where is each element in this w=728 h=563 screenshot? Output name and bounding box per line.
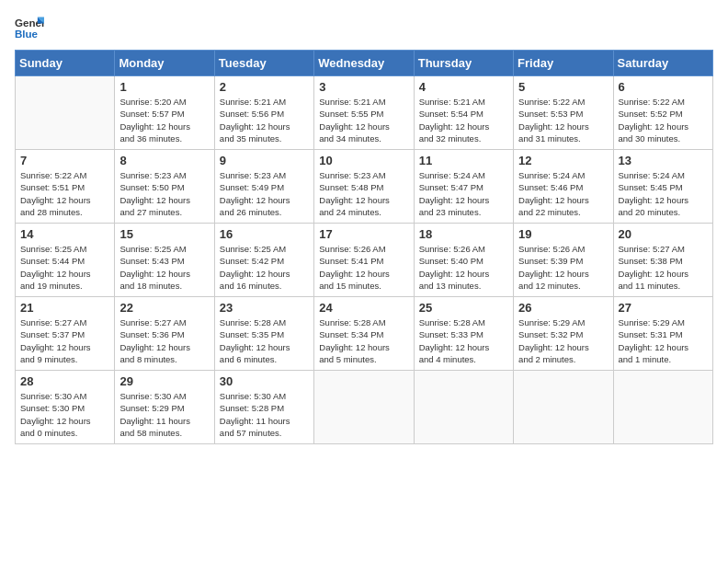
day-number: 25 (419, 301, 508, 315)
day-info: Sunrise: 5:27 AM Sunset: 5:36 PM Dayligh… (119, 316, 209, 365)
day-info: Sunrise: 5:28 AM Sunset: 5:34 PM Dayligh… (319, 316, 408, 365)
col-header-friday: Friday (514, 51, 613, 76)
calendar-cell: 13Sunrise: 5:24 AM Sunset: 5:45 PM Dayli… (613, 150, 712, 224)
calendar-cell: 3Sunrise: 5:21 AM Sunset: 5:55 PM Daylig… (314, 76, 414, 150)
logo: General Blue (15, 15, 48, 40)
calendar-table: SundayMondayTuesdayWednesdayThursdayFrid… (15, 50, 713, 444)
calendar-cell: 8Sunrise: 5:23 AM Sunset: 5:50 PM Daylig… (115, 150, 214, 224)
calendar-cell: 20Sunrise: 5:27 AM Sunset: 5:38 PM Dayli… (613, 224, 712, 297)
day-info: Sunrise: 5:25 AM Sunset: 5:42 PM Dayligh… (220, 243, 309, 292)
day-info: Sunrise: 5:28 AM Sunset: 5:35 PM Dayligh… (220, 316, 309, 365)
calendar-header-row: SundayMondayTuesdayWednesdayThursdayFrid… (16, 51, 713, 76)
col-header-thursday: Thursday (414, 51, 513, 76)
day-info: Sunrise: 5:22 AM Sunset: 5:52 PM Dayligh… (619, 96, 708, 144)
day-number: 23 (220, 301, 309, 315)
day-info: Sunrise: 5:22 AM Sunset: 5:53 PM Dayligh… (518, 96, 608, 144)
col-header-tuesday: Tuesday (214, 51, 313, 76)
day-info: Sunrise: 5:27 AM Sunset: 5:37 PM Dayligh… (20, 316, 109, 365)
day-info: Sunrise: 5:28 AM Sunset: 5:33 PM Dayligh… (419, 316, 508, 365)
calendar-cell: 30Sunrise: 5:30 AM Sunset: 5:28 PM Dayli… (214, 371, 313, 444)
day-info: Sunrise: 5:26 AM Sunset: 5:39 PM Dayligh… (518, 243, 608, 292)
day-number: 16 (220, 227, 309, 241)
calendar-cell: 10Sunrise: 5:23 AM Sunset: 5:48 PM Dayli… (314, 150, 414, 224)
day-info: Sunrise: 5:24 AM Sunset: 5:45 PM Dayligh… (619, 169, 708, 218)
day-number: 19 (518, 227, 608, 241)
day-number: 27 (619, 301, 708, 315)
day-number: 17 (319, 227, 408, 241)
day-number: 24 (319, 301, 408, 315)
calendar-cell: 14Sunrise: 5:25 AM Sunset: 5:44 PM Dayli… (16, 224, 115, 297)
day-info: Sunrise: 5:23 AM Sunset: 5:48 PM Dayligh… (319, 169, 408, 218)
calendar-cell: 21Sunrise: 5:27 AM Sunset: 5:37 PM Dayli… (16, 297, 115, 371)
day-info: Sunrise: 5:23 AM Sunset: 5:49 PM Dayligh… (220, 169, 309, 218)
day-info: Sunrise: 5:26 AM Sunset: 5:40 PM Dayligh… (419, 243, 508, 292)
svg-text:Blue: Blue (15, 29, 39, 40)
day-number: 10 (319, 154, 408, 167)
calendar-cell: 2Sunrise: 5:21 AM Sunset: 5:56 PM Daylig… (214, 76, 313, 150)
day-info: Sunrise: 5:21 AM Sunset: 5:54 PM Dayligh… (419, 96, 508, 144)
day-info: Sunrise: 5:30 AM Sunset: 5:30 PM Dayligh… (20, 390, 109, 439)
page-header: General Blue (15, 15, 713, 40)
day-info: Sunrise: 5:30 AM Sunset: 5:28 PM Dayligh… (220, 390, 309, 439)
logo-icon: General Blue (15, 15, 44, 40)
day-number: 1 (119, 80, 209, 94)
calendar-cell: 28Sunrise: 5:30 AM Sunset: 5:30 PM Dayli… (16, 371, 115, 444)
day-number: 12 (518, 154, 608, 167)
calendar-cell: 23Sunrise: 5:28 AM Sunset: 5:35 PM Dayli… (214, 297, 313, 371)
day-number: 21 (20, 301, 109, 315)
day-number: 29 (119, 374, 209, 388)
week-row-3: 14Sunrise: 5:25 AM Sunset: 5:44 PM Dayli… (16, 224, 713, 297)
day-number: 13 (619, 154, 708, 167)
calendar-cell: 29Sunrise: 5:30 AM Sunset: 5:29 PM Dayli… (115, 371, 214, 444)
day-info: Sunrise: 5:26 AM Sunset: 5:41 PM Dayligh… (319, 243, 408, 292)
calendar-cell (314, 371, 414, 444)
calendar-cell: 5Sunrise: 5:22 AM Sunset: 5:53 PM Daylig… (514, 76, 613, 150)
day-number: 20 (619, 227, 708, 241)
day-info: Sunrise: 5:27 AM Sunset: 5:38 PM Dayligh… (619, 243, 708, 292)
calendar-cell: 17Sunrise: 5:26 AM Sunset: 5:41 PM Dayli… (314, 224, 414, 297)
day-number: 4 (419, 80, 508, 94)
day-info: Sunrise: 5:25 AM Sunset: 5:44 PM Dayligh… (20, 243, 109, 292)
calendar-cell: 22Sunrise: 5:27 AM Sunset: 5:36 PM Dayli… (115, 297, 214, 371)
day-number: 11 (419, 154, 508, 167)
calendar-cell: 4Sunrise: 5:21 AM Sunset: 5:54 PM Daylig… (414, 76, 513, 150)
week-row-1: 1Sunrise: 5:20 AM Sunset: 5:57 PM Daylig… (16, 76, 713, 150)
calendar-cell: 11Sunrise: 5:24 AM Sunset: 5:47 PM Dayli… (414, 150, 513, 224)
week-row-4: 21Sunrise: 5:27 AM Sunset: 5:37 PM Dayli… (16, 297, 713, 371)
calendar-cell: 18Sunrise: 5:26 AM Sunset: 5:40 PM Dayli… (414, 224, 513, 297)
calendar-cell: 12Sunrise: 5:24 AM Sunset: 5:46 PM Dayli… (514, 150, 613, 224)
day-number: 30 (220, 374, 309, 388)
calendar-cell (514, 371, 613, 444)
col-header-monday: Monday (115, 51, 214, 76)
calendar-cell: 16Sunrise: 5:25 AM Sunset: 5:42 PM Dayli… (214, 224, 313, 297)
day-info: Sunrise: 5:21 AM Sunset: 5:56 PM Dayligh… (220, 96, 309, 144)
calendar-cell: 9Sunrise: 5:23 AM Sunset: 5:49 PM Daylig… (214, 150, 313, 224)
day-info: Sunrise: 5:24 AM Sunset: 5:46 PM Dayligh… (518, 169, 608, 218)
calendar-cell: 19Sunrise: 5:26 AM Sunset: 5:39 PM Dayli… (514, 224, 613, 297)
day-number: 8 (119, 154, 209, 167)
day-number: 9 (220, 154, 309, 167)
calendar-cell: 25Sunrise: 5:28 AM Sunset: 5:33 PM Dayli… (414, 297, 513, 371)
week-row-5: 28Sunrise: 5:30 AM Sunset: 5:30 PM Dayli… (16, 371, 713, 444)
calendar-cell (414, 371, 513, 444)
calendar-cell: 7Sunrise: 5:22 AM Sunset: 5:51 PM Daylig… (16, 150, 115, 224)
day-info: Sunrise: 5:25 AM Sunset: 5:43 PM Dayligh… (119, 243, 209, 292)
calendar-cell: 26Sunrise: 5:29 AM Sunset: 5:32 PM Dayli… (514, 297, 613, 371)
day-info: Sunrise: 5:22 AM Sunset: 5:51 PM Dayligh… (20, 169, 109, 218)
day-info: Sunrise: 5:21 AM Sunset: 5:55 PM Dayligh… (319, 96, 408, 144)
day-info: Sunrise: 5:29 AM Sunset: 5:32 PM Dayligh… (518, 316, 608, 365)
calendar-cell: 15Sunrise: 5:25 AM Sunset: 5:43 PM Dayli… (115, 224, 214, 297)
day-number: 15 (119, 227, 209, 241)
col-header-wednesday: Wednesday (314, 51, 414, 76)
calendar-cell: 24Sunrise: 5:28 AM Sunset: 5:34 PM Dayli… (314, 297, 414, 371)
col-header-saturday: Saturday (613, 51, 712, 76)
day-info: Sunrise: 5:23 AM Sunset: 5:50 PM Dayligh… (119, 169, 209, 218)
calendar-cell (613, 371, 712, 444)
day-number: 14 (20, 227, 109, 241)
day-info: Sunrise: 5:20 AM Sunset: 5:57 PM Dayligh… (119, 96, 209, 144)
calendar-cell (16, 76, 115, 150)
day-number: 28 (20, 374, 109, 388)
day-info: Sunrise: 5:30 AM Sunset: 5:29 PM Dayligh… (119, 390, 209, 439)
col-header-sunday: Sunday (16, 51, 115, 76)
day-number: 7 (20, 154, 109, 167)
